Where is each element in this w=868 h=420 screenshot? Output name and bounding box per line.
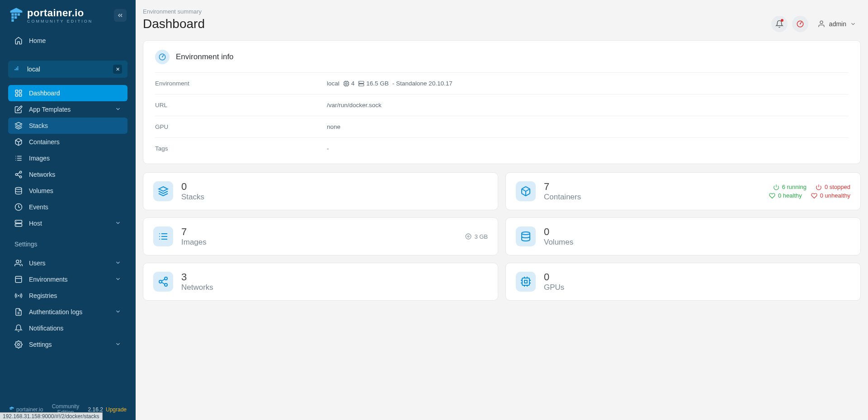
sidebar-item-label: Notifications: [29, 325, 63, 332]
images-count: 7: [181, 226, 207, 238]
heart-icon: [769, 193, 775, 199]
radio-icon: [14, 292, 23, 300]
chevron-down-icon: [115, 276, 121, 283]
svg-rect-48: [14, 13, 17, 15]
sidebar-item-containers[interactable]: Containers: [8, 134, 127, 150]
sidebar-item-host[interactable]: Host: [8, 215, 127, 231]
logo[interactable]: portainer.io COMMUNITY EDITION: [9, 7, 93, 24]
sidebar-item-images[interactable]: Images: [8, 150, 127, 166]
portainer-logo-icon: [9, 7, 24, 24]
sidebar-item-environments[interactable]: Environments: [8, 271, 127, 288]
env-name: local: [327, 80, 340, 87]
brand-edition: COMMUNITY EDITION: [27, 19, 93, 24]
sidebar-item-volumes[interactable]: Volumes: [8, 183, 127, 199]
healthy-count: 0 healthy: [778, 192, 802, 199]
sidebar-item-home[interactable]: Home: [8, 33, 127, 49]
database-icon: [516, 227, 536, 246]
environment-info-card: Environment info Environment local 4 16.…: [143, 40, 861, 164]
chevron-down-icon: [115, 260, 121, 267]
page-title: Dashboard: [143, 17, 205, 31]
sidebar-collapse-button[interactable]: [114, 9, 127, 22]
sidebar-item-stacks[interactable]: Stacks: [8, 118, 127, 134]
heart-icon: [811, 193, 817, 199]
power-icon: [773, 184, 779, 190]
volumes-label: Volumes: [544, 238, 573, 247]
edit-icon: [14, 105, 23, 113]
user-menu-button[interactable]: admin: [813, 17, 861, 31]
chevron-down-icon: [115, 106, 121, 113]
home-icon: [14, 37, 23, 45]
sidebar-item-notifications[interactable]: Notifications: [8, 320, 127, 336]
close-icon[interactable]: ✕: [113, 65, 122, 74]
gear-icon: [14, 340, 23, 349]
containers-label: Containers: [544, 193, 581, 202]
sidebar-item-label: Settings: [29, 341, 52, 348]
cpu-icon: [516, 272, 536, 292]
main-content: Environment summary Dashboard admin Envi…: [136, 0, 868, 420]
notification-dot-icon: [781, 19, 783, 22]
stat-card-containers[interactable]: 7 Containers 6 running 0 stopped 0 healt…: [505, 172, 861, 210]
sidebar-environment-pill[interactable]: local ✕: [8, 61, 127, 78]
chevron-down-icon: [850, 21, 856, 27]
svg-rect-52: [11, 19, 14, 22]
upgrade-link[interactable]: Upgrade: [106, 406, 127, 413]
sidebar-item-networks[interactable]: Networks: [8, 166, 127, 183]
sidebar-item-label: Stacks: [29, 122, 48, 129]
share-icon: [153, 272, 173, 292]
env-ram: 16.5 GB: [366, 80, 389, 87]
environment-info-heading: Environment info: [176, 52, 234, 61]
sidebar-item-label: Networks: [29, 171, 55, 178]
sidebar-item-events[interactable]: Events: [8, 199, 127, 215]
list-icon: [14, 154, 23, 162]
brand-name: portainer.io: [27, 7, 93, 19]
layers-icon: [153, 181, 173, 201]
chevron-down-icon: [115, 308, 121, 316]
running-count: 6 running: [782, 184, 807, 190]
stat-card-gpus[interactable]: 0 GPUs: [505, 263, 861, 301]
env-type: Standalone 20.10.17: [396, 80, 453, 87]
stacks-label: Stacks: [181, 193, 204, 202]
notifications-button[interactable]: [771, 16, 788, 32]
svg-rect-47: [11, 13, 14, 15]
share-icon: [14, 170, 23, 179]
networks-count: 3: [181, 271, 213, 283]
sidebar-item-registries[interactable]: Registries: [8, 288, 127, 304]
gauge-icon: [155, 50, 170, 64]
sidebar-item-label: Volumes: [29, 187, 53, 194]
box-icon: [516, 181, 536, 201]
grid-icon: [14, 89, 23, 97]
sidebar-item-label: Host: [29, 220, 42, 227]
sidebar-item-label: Home: [29, 37, 46, 44]
containers-count: 7: [544, 181, 581, 193]
box-icon: [14, 138, 23, 146]
env-cpu: 4: [351, 80, 355, 87]
env-icon: [14, 275, 23, 283]
footer-brand: portainer.io: [16, 406, 43, 413]
stat-card-stacks[interactable]: 0 Stacks: [143, 172, 498, 210]
sidebar-item-label: Containers: [29, 138, 60, 146]
chevron-down-icon: [115, 341, 121, 349]
sidebar-item-dashboard[interactable]: Dashboard: [8, 85, 127, 101]
gpus-label: GPUs: [544, 283, 564, 292]
sidebar-item-users[interactable]: Users: [8, 255, 127, 271]
stat-card-volumes[interactable]: 0 Volumes: [505, 217, 861, 255]
chevron-down-icon: [115, 220, 121, 227]
sidebar-item-label: Events: [29, 203, 48, 211]
activity-button[interactable]: [792, 16, 808, 32]
svg-rect-53: [10, 409, 11, 410]
svg-rect-49: [18, 13, 20, 15]
memory-icon: [358, 80, 364, 87]
sidebar-item-settings[interactable]: Settings: [8, 336, 127, 353]
env-row-label: Environment: [155, 80, 327, 87]
users-icon: [14, 259, 23, 267]
sidebar-environment-label: local: [27, 66, 40, 73]
stat-card-networks[interactable]: 3 Networks: [143, 263, 498, 301]
stat-card-images[interactable]: 7 Images 3 GB: [143, 217, 498, 255]
url-value: /var/run/docker.sock: [327, 102, 382, 109]
unhealthy-count: 0 unhealthy: [820, 192, 850, 199]
sidebar-item-label: Authentication logs: [29, 308, 82, 316]
sidebar-item-app-templates[interactable]: App Templates: [8, 101, 127, 118]
user-name: admin: [829, 20, 846, 28]
images-size: 3 GB: [474, 233, 488, 240]
sidebar-item-authentication-logs[interactable]: Authentication logs: [8, 304, 127, 320]
